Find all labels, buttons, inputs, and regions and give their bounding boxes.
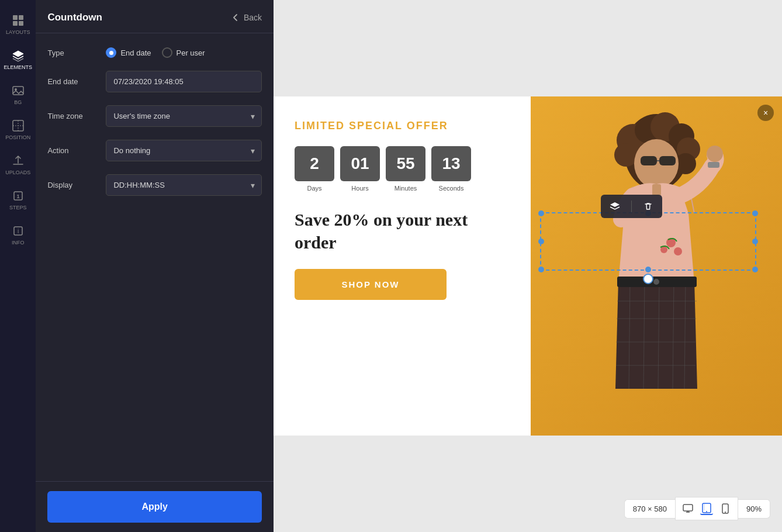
close-button[interactable]: ×: [757, 105, 774, 121]
view-controls: [675, 497, 738, 520]
end-date-row: End date: [47, 71, 262, 92]
countdown-seconds-wrapper: 13 Seconds: [431, 146, 471, 192]
sidebar-item-label: INFO: [12, 240, 25, 246]
bottom-bar: 870 × 580: [624, 497, 770, 520]
end-date-label: End date: [47, 77, 100, 86]
svg-point-20: [614, 143, 638, 167]
sidebar-item-label: BG: [14, 99, 22, 105]
dimension-display: 870 × 580: [624, 499, 675, 519]
svg-rect-40: [708, 162, 719, 168]
end-date-input[interactable]: [106, 71, 262, 92]
display-select[interactable]: DD:HH:MM:SS HH:MM:SS MM:SS: [106, 174, 262, 196]
sidebar-item-label: UPLOADS: [5, 170, 30, 175]
sidebar-item-uploads[interactable]: UPLOADS: [0, 146, 36, 181]
countdown-hours-box: 01: [340, 146, 380, 181]
svg-text:1: 1: [16, 194, 19, 199]
tablet-view-button[interactable]: [700, 502, 713, 515]
toolbar-divider: [631, 201, 632, 212]
panel-title: Countdown: [47, 12, 224, 23]
steps-icon: 1: [12, 189, 25, 202]
desktop-view-button[interactable]: [681, 502, 694, 515]
radio-end-date[interactable]: End date: [106, 47, 151, 58]
preview-right: ×: [531, 96, 782, 436]
action-row: Action Do nothing Hide element Show elem…: [47, 140, 262, 161]
icon-sidebar: LAYOUTS ELEMENTS BG: [0, 0, 36, 532]
radio-end-date-circle: [106, 47, 116, 58]
svg-point-46: [706, 511, 707, 512]
sidebar-item-label: ELEMENTS: [4, 64, 32, 70]
countdown-container: 2 Days 01 Hours 55 Minutes 13 Seconds: [295, 146, 510, 192]
svg-rect-2: [13, 21, 18, 26]
display-control: DD:HH:MM:SS HH:MM:SS MM:SS: [106, 174, 262, 196]
countdown-hours-wrapper: 01 Hours: [340, 146, 380, 192]
action-label: Action: [47, 146, 100, 155]
svg-rect-41: [652, 184, 661, 196]
countdown-minutes-wrapper: 55 Minutes: [386, 146, 425, 192]
time-zone-select[interactable]: User's time zone: [106, 105, 262, 127]
countdown-minutes-label: Minutes: [395, 185, 417, 192]
svg-point-36: [707, 146, 723, 162]
back-button[interactable]: Back: [231, 13, 262, 22]
type-row: Type End date Per user: [47, 47, 262, 58]
sidebar-item-label: STEPS: [9, 205, 27, 210]
countdown-days-box: 2: [295, 146, 334, 181]
time-zone-control: User's time zone: [106, 105, 262, 127]
desktop-icon: [683, 503, 693, 514]
display-label: Display: [47, 181, 100, 189]
type-radio-group: End date Per user: [106, 47, 262, 58]
type-label: Type: [47, 49, 100, 57]
countdown-days-wrapper: 2 Days: [295, 146, 334, 192]
sidebar-item-position[interactable]: POSITION: [0, 111, 36, 146]
end-date-control: [106, 71, 262, 92]
layers-icon: [12, 49, 25, 62]
upload-icon: [12, 154, 25, 167]
shop-now-button[interactable]: SHOP NOW: [295, 269, 447, 300]
display-row: Display DD:HH:MM:SS HH:MM:SS MM:SS: [47, 174, 262, 196]
layers-toolbar-button[interactable]: [607, 198, 623, 215]
countdown-minutes-box: 55: [386, 146, 425, 181]
element-toolbar: [601, 195, 662, 218]
model-illustration: [531, 96, 782, 436]
sidebar-item-elements[interactable]: ELEMENTS: [0, 41, 36, 76]
save-text: Save 20% on your next order: [295, 208, 510, 254]
radio-per-user[interactable]: Per user: [162, 47, 205, 58]
svg-text:i: i: [18, 228, 19, 234]
position-icon: [12, 119, 25, 132]
svg-rect-0: [13, 15, 18, 20]
settings-panel: Countdown Back Type End date Per user: [36, 0, 274, 532]
preview-left: LIMITED SPECIAL OFFER 2 Days 01 Hours 55…: [274, 96, 531, 436]
sidebar-item-bg[interactable]: BG: [0, 76, 36, 111]
grid-icon: [12, 14, 25, 27]
countdown-seconds-box: 13: [431, 146, 471, 181]
svg-rect-22: [641, 156, 657, 165]
mobile-view-button[interactable]: [719, 502, 732, 515]
action-control: Do nothing Hide element Show element: [106, 140, 262, 161]
countdown-seconds-label: Seconds: [439, 185, 464, 192]
panel-body: Type End date Per user End date Time zon…: [36, 33, 274, 481]
action-select[interactable]: Do nothing Hide element Show element: [106, 140, 262, 161]
apply-button[interactable]: Apply: [47, 491, 262, 523]
svg-point-35: [653, 279, 659, 285]
limited-special-text: LIMITED SPECIAL OFFER: [295, 120, 510, 132]
panel-footer: Apply: [36, 481, 274, 532]
svg-rect-23: [659, 156, 676, 165]
svg-point-49: [725, 512, 726, 513]
sidebar-item-info[interactable]: i INFO: [0, 216, 36, 251]
image-icon: [12, 84, 25, 97]
time-zone-row: Time zone User's time zone: [47, 105, 262, 127]
time-zone-label: Time zone: [47, 112, 100, 120]
delete-toolbar-button[interactable]: [640, 198, 656, 215]
radio-per-user-circle: [162, 47, 172, 58]
layers-toolbar-icon: [610, 201, 620, 212]
mobile-icon: [720, 503, 731, 514]
preview-card: LIMITED SPECIAL OFFER 2 Days 01 Hours 55…: [274, 96, 782, 436]
panel-header: Countdown Back: [36, 0, 274, 33]
countdown-hours-label: Hours: [351, 185, 368, 192]
delete-toolbar-icon: [643, 202, 653, 211]
sidebar-item-layouts[interactable]: LAYOUTS: [0, 6, 36, 41]
countdown-days-label: Days: [307, 185, 321, 192]
sidebar-item-label: POSITION: [5, 134, 30, 140]
zoom-display: 90%: [738, 499, 770, 519]
sidebar-item-label: LAYOUTS: [6, 29, 30, 35]
sidebar-item-steps[interactable]: 1 STEPS: [0, 181, 36, 216]
